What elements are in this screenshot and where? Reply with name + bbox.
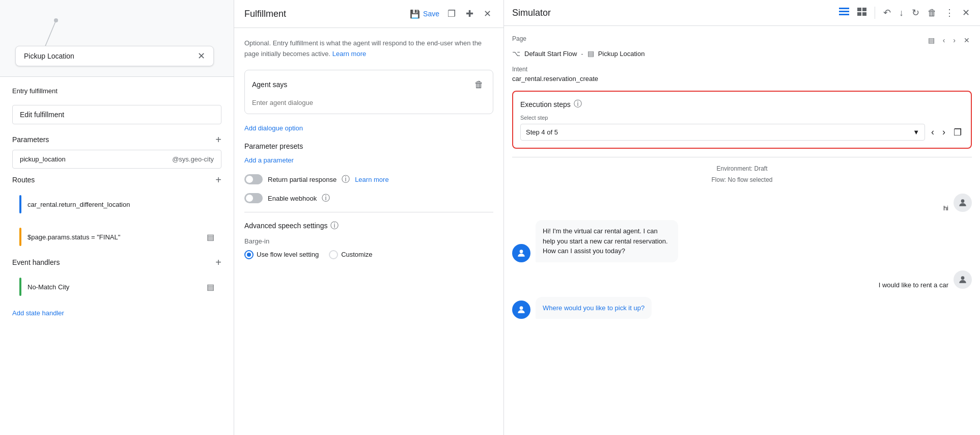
page-section: Page ▤ ‹ › ✕ ⌥ Default Start Flow - ▤ Pi… — [512, 34, 972, 58]
add-param-button[interactable]: Add a parameter — [244, 156, 294, 164]
page-nav-next[interactable]: › — [951, 34, 958, 46]
step-selector-row: Step 4 of 5 ▼ ‹ › ❐ — [520, 124, 964, 141]
svg-rect-8 — [857, 12, 861, 16]
barge-in-customize-label: Customize — [341, 251, 372, 258]
svg-point-1 — [54, 18, 58, 22]
step-dropdown[interactable]: Step 4 of 5 ▼ — [520, 124, 925, 141]
flow-canvas — [0, 0, 234, 81]
step-next-button[interactable]: › — [940, 125, 947, 140]
add-parameter-button[interactable]: + — [215, 134, 221, 145]
execution-steps-card: Execution steps ⓘ Select step Step 4 of … — [512, 91, 972, 149]
agent-says-header: Agent says 🗑 — [252, 77, 486, 92]
simulator-grid-view-button[interactable] — [855, 6, 869, 20]
route-row-1: car_rental.return_different_location — [12, 190, 221, 219]
agent-bubble-2: Where would you like to pick it up? — [536, 297, 652, 319]
breadcrumb: ⌥ Default Start Flow - ▤ Pickup Location — [512, 49, 972, 58]
return-partial-toggle[interactable] — [244, 174, 263, 184]
agent-bubble-1: Hi! I'm the virtual car rental agent. I … — [536, 220, 678, 262]
add-event-handler-button[interactable]: + — [215, 257, 221, 267]
svg-rect-3 — [839, 8, 849, 9]
barge-in-customize-option[interactable]: Customize — [329, 250, 372, 259]
simulator-list-view-button[interactable] — [837, 6, 851, 20]
barge-in-customize-radio[interactable] — [329, 250, 338, 259]
sim-header-divider — [875, 7, 875, 19]
execution-steps-title: Execution steps ⓘ — [520, 99, 964, 110]
return-partial-response-row: Return partial response ⓘ Learn more — [244, 174, 493, 185]
agent-dialogue-input[interactable] — [252, 99, 486, 106]
event-row-1: No-Match City ▤ — [12, 273, 221, 301]
svg-point-13 — [520, 307, 523, 310]
route-bar-orange — [19, 228, 21, 246]
select-step-label: Select step — [520, 115, 964, 121]
return-partial-help-icon: ⓘ — [342, 174, 350, 185]
flow-info-label: Flow: No flow selected — [512, 175, 972, 186]
description-learn-more-link[interactable]: Learn more — [332, 50, 366, 58]
parameters-section-header: Parameters + — [12, 134, 221, 145]
breadcrumb-flow: Default Start Flow — [524, 50, 577, 58]
simulator-title: Simulator — [512, 8, 833, 18]
close-fulfillment-button[interactable]: ✕ — [482, 6, 493, 21]
simulator-body: Page ▤ ‹ › ✕ ⌥ Default Start Flow - ▤ Pi… — [504, 26, 980, 435]
svg-point-11 — [520, 250, 523, 253]
barge-in-options: Use flow level setting Customize — [244, 250, 493, 259]
delete-sim-button[interactable]: 🗑 — [926, 6, 939, 20]
edit-fulfillment-button[interactable]: Edit fulfillment — [12, 105, 221, 124]
add-state-handler-button[interactable]: Add state handler — [12, 309, 64, 317]
barge-in-flow-level-radio[interactable] — [244, 250, 254, 259]
current-step-text: Step 4 of 5 — [526, 128, 558, 136]
layout-button[interactable]: ✚ — [464, 6, 475, 21]
left-panel: Pickup Location ✕ Entry fulfillment Edit… — [0, 0, 234, 435]
chat-message-1: hi — [512, 194, 972, 212]
return-partial-learn-more[interactable]: Learn more — [355, 176, 388, 183]
route-text-2: $page.params.status = "FINAL" — [27, 233, 207, 241]
user-message-1: hi — [943, 204, 948, 212]
undo-button[interactable]: ↶ — [881, 5, 893, 20]
svg-rect-9 — [862, 12, 866, 16]
step-expand-button[interactable]: ❐ — [951, 125, 964, 140]
parameters-title: Parameters — [12, 135, 49, 144]
close-simulator-button[interactable]: ✕ — [960, 5, 972, 20]
barge-in-label: Barge-in — [244, 237, 493, 245]
intent-section: Intent car_rental.reservation_create — [512, 66, 972, 83]
svg-rect-4 — [839, 11, 849, 12]
more-options-button[interactable]: ⋮ — [943, 5, 956, 20]
environment-info: Environment: Draft Flow: No flow selecte… — [512, 164, 972, 185]
chat-message-2: Hi! I'm the virtual car rental agent. I … — [512, 220, 972, 262]
route-text-1: car_rental.return_different_location — [27, 201, 214, 208]
step-prev-button[interactable]: ‹ — [929, 125, 936, 140]
event-handlers-section-header: Event handlers + — [12, 257, 221, 267]
event-doc-icon: ▤ — [207, 282, 214, 292]
agent-says-card: Agent says 🗑 — [244, 70, 493, 114]
user-avatar-1 — [954, 194, 972, 212]
routes-title: Routes — [12, 176, 35, 184]
page-info-button[interactable]: ▤ — [926, 34, 937, 46]
node-title: Pickup Location — [24, 52, 74, 60]
delete-agent-says-button[interactable]: 🗑 — [472, 77, 486, 92]
refresh-button[interactable]: ↻ — [910, 5, 921, 20]
add-dialogue-option-button[interactable]: Add dialogue option — [244, 124, 303, 132]
fullscreen-button[interactable]: ❐ — [445, 6, 458, 21]
speech-settings-help-icon: ⓘ — [330, 221, 339, 231]
enable-webhook-toggle[interactable] — [244, 193, 263, 203]
event-bar — [19, 278, 21, 296]
svg-point-12 — [961, 276, 965, 280]
node-close-button[interactable]: ✕ — [198, 51, 205, 61]
side-panel-content: Entry fulfillment Edit fulfillment Param… — [0, 76, 234, 435]
chat-message-4: Where would you like to pick it up? — [512, 297, 972, 319]
page-nav-prev[interactable]: ‹ — [941, 34, 947, 46]
chat-area: hi Hi! I'm the virtual car rental agent.… — [512, 194, 972, 319]
barge-in-flow-level-option[interactable]: Use flow level setting — [244, 250, 319, 259]
save-button[interactable]: 💾 Save — [410, 9, 439, 19]
param-presets-title: Parameter presets — [244, 142, 493, 150]
page-close-button[interactable]: ✕ — [962, 34, 972, 46]
fulfillment-description: Optional. Entry fulfillment is what the … — [244, 38, 493, 60]
sim-content-divider — [512, 157, 972, 157]
simulator-header: Simulator ↶ ↓ ↻ 🗑 ⋮ ✕ — [504, 0, 980, 26]
barge-in-flow-level-label: Use flow level setting — [257, 251, 319, 258]
chat-message-3: I would like to rent a car — [512, 270, 972, 289]
add-route-button[interactable]: + — [215, 175, 221, 185]
simulator-panel: Simulator ↶ ↓ ↻ 🗑 ⋮ ✕ Page ▤ ‹ › ✕ — [504, 0, 980, 435]
download-button[interactable]: ↓ — [897, 6, 906, 20]
user-message-2: I would like to rent a car — [879, 281, 948, 289]
fulfillment-panel: Fulfillment 💾 Save ❐ ✚ ✕ Optional. Entry… — [234, 0, 504, 435]
